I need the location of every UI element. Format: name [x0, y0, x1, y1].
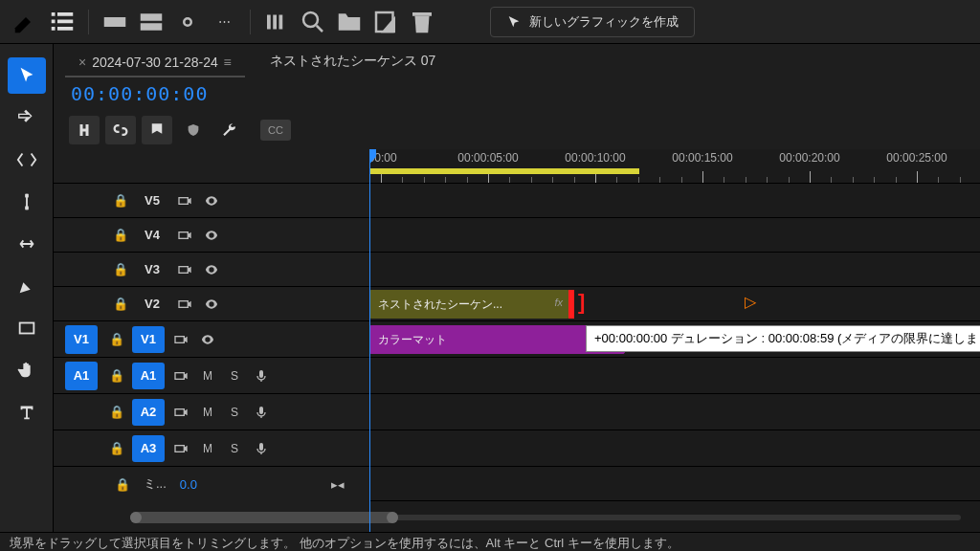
shield-icon[interactable]	[178, 116, 209, 144]
track-header-v3[interactable]: 🔒 V3	[54, 253, 369, 287]
mute-button[interactable]: M	[197, 438, 218, 459]
track-content[interactable]: :00:0000:00:05:0000:00:10:0000:00:15:000…	[369, 149, 980, 532]
snap-button[interactable]	[69, 116, 100, 144]
lane-mix[interactable]	[369, 467, 980, 501]
lane-a1[interactable]	[369, 358, 980, 394]
add-marker-button[interactable]	[142, 116, 172, 144]
current-timecode[interactable]: 00:00:00:00	[54, 82, 208, 105]
cc-button[interactable]: CC	[260, 120, 291, 141]
hand-tool[interactable]	[8, 352, 46, 388]
zoom-thumb[interactable]	[130, 512, 398, 523]
tab-menu-icon[interactable]: ≡	[220, 55, 232, 70]
lock-icon[interactable]: 🔒	[107, 405, 126, 419]
out-icon[interactable]: ▸◂	[331, 477, 345, 492]
clip-nested-sequence[interactable]: ネストされたシーケン... fx	[369, 290, 569, 319]
lane-a2[interactable]	[369, 394, 980, 430]
razor-tool[interactable]	[8, 184, 46, 220]
wrench-icon[interactable]	[214, 116, 245, 144]
ripple-edit-tool[interactable]	[8, 142, 46, 178]
lock-icon[interactable]: 🔒	[115, 477, 130, 492]
insert-icon[interactable]	[100, 8, 129, 36]
track-header-v5[interactable]: 🔒 V5	[54, 184, 369, 218]
new-graphic-button[interactable]: 新しいグラフィックを作成	[490, 7, 695, 37]
toggle-output-icon[interactable]	[174, 225, 195, 246]
lock-icon[interactable]: 🔒	[111, 228, 130, 242]
sequence-tab-1[interactable]: ×2024-07-30 21-28-24 ≡	[65, 48, 245, 77]
lane-v4[interactable]	[369, 218, 980, 253]
track-header-v4[interactable]: 🔒 V4	[54, 218, 369, 253]
overwrite-icon[interactable]	[137, 8, 166, 36]
close-tab-icon[interactable]: ×	[78, 55, 86, 70]
lock-icon[interactable]: 🔒	[107, 441, 126, 455]
mix-track-row[interactable]: 🔒 ミ... 0.0 ▸◂	[54, 467, 369, 501]
track-header-a2[interactable]: 🔒 A2 M S	[54, 394, 369, 430]
more-icon[interactable]: ⋯	[210, 8, 238, 36]
lock-icon[interactable]: 🔒	[111, 297, 130, 311]
toggle-output-icon[interactable]	[174, 259, 195, 280]
source-a1-badge[interactable]: A1	[65, 362, 98, 390]
rectangle-tool[interactable]	[8, 310, 46, 346]
track-header-v2[interactable]: 🔒 V2	[54, 287, 369, 321]
trash-icon[interactable]	[408, 8, 436, 36]
lane-v3[interactable]	[369, 253, 980, 287]
toggle-output-icon[interactable]	[174, 294, 195, 315]
out-point-marker[interactable]: ▷	[745, 293, 756, 311]
mute-button[interactable]: M	[197, 402, 218, 423]
track-label[interactable]: V1	[132, 326, 165, 353]
folder-icon[interactable]	[335, 8, 364, 36]
track-label[interactable]: A3	[132, 435, 165, 462]
track-label[interactable]: V2	[136, 291, 168, 318]
slip-tool[interactable]	[8, 226, 46, 262]
eye-icon[interactable]	[201, 294, 222, 315]
new-item-icon[interactable]	[371, 8, 400, 36]
trim-edge-indicator[interactable]	[568, 290, 574, 319]
eye-icon[interactable]	[201, 225, 222, 246]
pen-tool-icon[interactable]	[11, 8, 40, 36]
toggle-output-icon[interactable]	[170, 365, 191, 386]
lane-v2[interactable]: ネストされたシーケン... fx ] ▷	[369, 287, 980, 321]
zoom-handle-right[interactable]	[387, 512, 398, 523]
track-label[interactable]: V4	[136, 222, 168, 249]
track-select-tool[interactable]	[8, 99, 46, 136]
type-tool[interactable]	[8, 394, 46, 430]
linked-selection-button[interactable]	[105, 116, 136, 144]
toggle-output-icon[interactable]	[174, 190, 195, 211]
mic-icon[interactable]	[251, 402, 272, 423]
bars-icon[interactable]	[262, 8, 291, 36]
lock-icon[interactable]: 🔒	[107, 332, 126, 346]
track-header-a1[interactable]: A1 🔒 A1 M S	[54, 358, 369, 394]
eye-icon[interactable]	[201, 190, 222, 211]
timeline-zoom-scrollbar[interactable]	[130, 511, 961, 524]
solo-button[interactable]: S	[224, 365, 245, 386]
work-area-bar[interactable]	[369, 168, 639, 174]
lock-icon[interactable]: 🔒	[111, 262, 130, 276]
track-label[interactable]: A1	[132, 363, 165, 389]
zoom-handle-left[interactable]	[130, 512, 142, 523]
pen-tool[interactable]	[8, 268, 46, 304]
marker-dot-icon[interactable]	[173, 8, 202, 36]
track-header-a3[interactable]: 🔒 A3 M S	[54, 430, 369, 467]
lane-v5[interactable]	[369, 184, 980, 218]
toggle-output-icon[interactable]	[170, 329, 191, 350]
track-label[interactable]: V3	[136, 256, 168, 283]
solo-button[interactable]: S	[224, 402, 245, 423]
track-label[interactable]: V5	[136, 187, 168, 214]
solo-button[interactable]: S	[224, 438, 245, 459]
playhead[interactable]	[369, 149, 370, 532]
lock-icon[interactable]: 🔒	[111, 193, 130, 208]
source-v1-badge[interactable]: V1	[65, 325, 98, 354]
time-ruler[interactable]: :00:0000:00:05:0000:00:10:0000:00:15:000…	[369, 149, 980, 184]
search-icon[interactable]	[299, 8, 327, 36]
toggle-output-icon[interactable]	[170, 438, 191, 459]
mute-button[interactable]: M	[197, 365, 218, 386]
track-header-v1[interactable]: V1 🔒 V1	[54, 321, 369, 358]
selection-tool[interactable]	[8, 57, 46, 94]
list-view-icon[interactable]	[48, 8, 77, 36]
lock-icon[interactable]: 🔒	[107, 368, 126, 383]
mic-icon[interactable]	[251, 438, 272, 459]
lane-a3[interactable]	[369, 430, 980, 467]
eye-icon[interactable]	[201, 259, 222, 280]
mic-icon[interactable]	[251, 365, 272, 386]
mix-volume[interactable]: 0.0	[180, 477, 197, 492]
sequence-tab-2[interactable]: ネストされたシーケンス 07	[256, 46, 449, 77]
